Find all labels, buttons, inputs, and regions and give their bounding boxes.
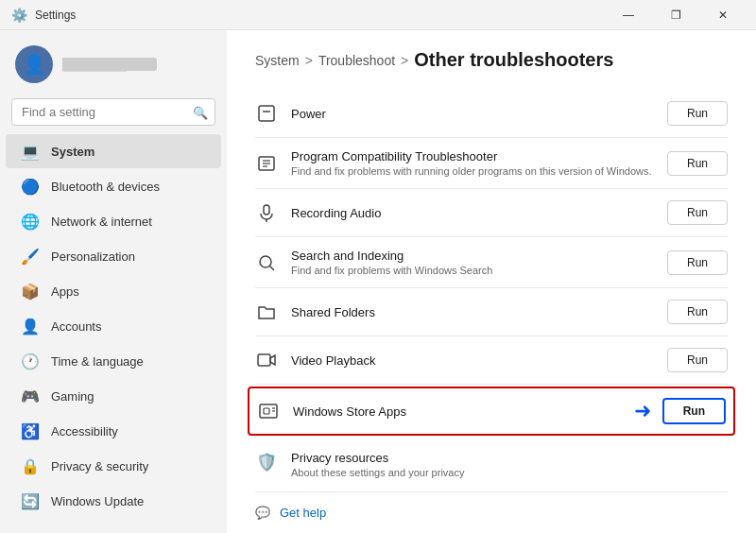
sidebar-item-accounts[interactable]: 👤 Accounts	[6, 309, 221, 343]
search-input[interactable]	[11, 98, 215, 126]
run-button-search-indexing[interactable]: Run	[667, 250, 728, 275]
user-name: ████████	[62, 58, 157, 71]
ts-text-windows-store: Windows Store Apps	[293, 404, 406, 419]
maximize-button[interactable]: ❐	[654, 0, 697, 30]
nav-label-gaming: Gaming	[51, 389, 94, 404]
sidebar-item-accessibility[interactable]: ♿ Accessibility	[6, 414, 221, 448]
breadcrumb: System > Troubleshoot > Other troublesho…	[255, 49, 728, 71]
nav-label-apps: Apps	[51, 284, 79, 299]
nav-icon-privacy: 🔒	[21, 456, 40, 475]
svg-rect-12	[264, 408, 269, 414]
ts-item-power: Power Run	[255, 90, 728, 138]
privacy-text: Privacy resources About these settings a…	[291, 451, 464, 478]
get-help-item[interactable]: 💬 Get help	[255, 492, 728, 533]
run-button-recording-audio[interactable]: Run	[667, 200, 728, 225]
sidebar-item-time[interactable]: 🕐 Time & language	[6, 344, 221, 378]
ts-item-left-video-playback: Video Playback	[255, 349, 375, 371]
nav-icon-time: 🕐	[21, 352, 40, 370]
title-bar: ⚙️ Settings — ❐ ✕	[0, 0, 756, 30]
search-icon: 🔍	[193, 105, 208, 119]
ts-item-left-windows-store: Windows Store Apps	[257, 400, 406, 422]
ts-text-shared-folders: Shared Folders	[291, 305, 375, 319]
ts-run-area-shared-folders: Run	[667, 300, 728, 324]
ts-icon-video-playback	[255, 349, 278, 371]
run-button-windows-store[interactable]: Run	[662, 398, 726, 424]
ts-title-windows-store: Windows Store Apps	[293, 404, 406, 419]
run-button-power[interactable]: Run	[667, 101, 728, 126]
ts-item-search-indexing: Search and Indexing Find and fix problem…	[255, 237, 728, 288]
privacy-desc: About these settings and your privacy	[291, 467, 464, 478]
privacy-icon: 🛡️	[255, 451, 278, 473]
breadcrumb-sep2: >	[401, 53, 408, 68]
svg-line-9	[270, 266, 275, 270]
settings-icon: ⚙️	[11, 8, 27, 23]
nav-label-accessibility: Accessibility	[51, 424, 118, 438]
run-button-program-compat[interactable]: Run	[667, 151, 728, 176]
ts-title-video-playback: Video Playback	[291, 353, 375, 368]
nav-label-personalization: Personalization	[51, 249, 135, 264]
user-section: 👤 ████████	[0, 38, 227, 95]
sidebar-item-personalization[interactable]: 🖌️ Personalization	[6, 239, 221, 273]
breadcrumb-current: Other troubleshooters	[414, 49, 613, 71]
ts-item-program-compat: Program Compatibility Troubleshooter Fin…	[255, 138, 728, 189]
sidebar-item-bluetooth[interactable]: 🔵 Bluetooth & devices	[6, 169, 221, 203]
ts-run-area-video-playback: Run	[667, 348, 728, 372]
sidebar-item-privacy[interactable]: 🔒 Privacy & security	[6, 449, 221, 483]
nav-icon-windowsupdate: 🔄	[21, 491, 40, 510]
ts-title-recording-audio: Recording Audio	[291, 206, 381, 220]
breadcrumb-troubleshoot[interactable]: Troubleshoot	[318, 53, 395, 68]
nav-label-network: Network & internet	[51, 215, 152, 229]
minimize-button[interactable]: —	[607, 0, 650, 30]
nav-icon-accounts: 👤	[21, 317, 40, 335]
close-button[interactable]: ✕	[701, 0, 745, 30]
sidebar-item-windowsupdate[interactable]: 🔄 Windows Update	[6, 484, 221, 518]
ts-item-video-playback: Video Playback Run	[255, 336, 728, 385]
ts-title-shared-folders: Shared Folders	[291, 305, 375, 319]
sidebar-item-apps[interactable]: 📦 Apps	[6, 274, 221, 308]
main-layout: 👤 ████████ 🔍 💻 System 🔵 Bluetooth & devi…	[0, 30, 756, 533]
ts-desc-program-compat: Find and fix problems with running older…	[291, 165, 652, 177]
ts-icon-program-compat	[255, 152, 278, 175]
svg-point-8	[260, 256, 271, 267]
sidebar-item-network[interactable]: 🌐 Network & internet	[6, 204, 221, 238]
nav-icon-bluetooth: 🔵	[21, 177, 40, 196]
ts-desc-search-indexing: Find and fix problems with Windows Searc…	[291, 265, 492, 276]
ts-run-area-program-compat: Run	[667, 151, 728, 176]
privacy-item: 🛡️ Privacy resources About these setting…	[255, 438, 728, 492]
ts-item-left-shared-folders: Shared Folders	[255, 301, 375, 323]
arrow-indicator: ➜	[634, 399, 651, 423]
ts-item-left-power: Power	[255, 102, 326, 125]
nav-label-windowsupdate: Windows Update	[51, 494, 144, 508]
ts-text-video-playback: Video Playback	[291, 353, 375, 368]
ts-icon-recording-audio	[255, 201, 278, 224]
nav-label-system: System	[51, 145, 94, 159]
nav-icon-personalization: 🖌️	[21, 247, 40, 266]
ts-text-program-compat: Program Compatibility Troubleshooter Fin…	[291, 149, 652, 177]
ts-item-left-program-compat: Program Compatibility Troubleshooter Fin…	[255, 149, 652, 177]
ts-icon-power	[255, 102, 278, 125]
nav-icon-gaming: 🎮	[21, 387, 40, 405]
nav-icon-apps: 📦	[21, 282, 40, 301]
sidebar-item-gaming[interactable]: 🎮 Gaming	[6, 379, 221, 413]
ts-run-area-recording-audio: Run	[667, 200, 728, 225]
run-button-video-playback[interactable]: Run	[667, 348, 728, 372]
ts-item-recording-audio: Recording Audio Run	[255, 189, 728, 237]
ts-icon-windows-store	[257, 400, 280, 422]
ts-title-power: Power	[291, 107, 326, 121]
sidebar-item-system[interactable]: 💻 System	[6, 134, 221, 168]
ts-run-area-windows-store: ➜ Run	[634, 398, 726, 424]
title-bar-left: ⚙️ Settings	[11, 8, 76, 23]
nav-icon-network: 🌐	[21, 212, 40, 231]
ts-item-left-search-indexing: Search and Indexing Find and fix problem…	[255, 249, 492, 276]
nav-icon-system: 💻	[21, 142, 40, 161]
ts-item-shared-folders: Shared Folders Run	[255, 288, 728, 336]
run-button-shared-folders[interactable]: Run	[667, 300, 728, 324]
ts-title-search-indexing: Search and Indexing	[291, 249, 492, 263]
get-help-icon: 💬	[255, 506, 270, 520]
content-area: System > Troubleshoot > Other troublesho…	[227, 30, 756, 533]
ts-text-search-indexing: Search and Indexing Find and fix problem…	[291, 249, 492, 276]
ts-icon-shared-folders	[255, 301, 278, 323]
breadcrumb-system[interactable]: System	[255, 53, 300, 68]
ts-item-left-recording-audio: Recording Audio	[255, 201, 381, 224]
ts-item-windows-store: Windows Store Apps ➜ Run	[248, 387, 735, 436]
